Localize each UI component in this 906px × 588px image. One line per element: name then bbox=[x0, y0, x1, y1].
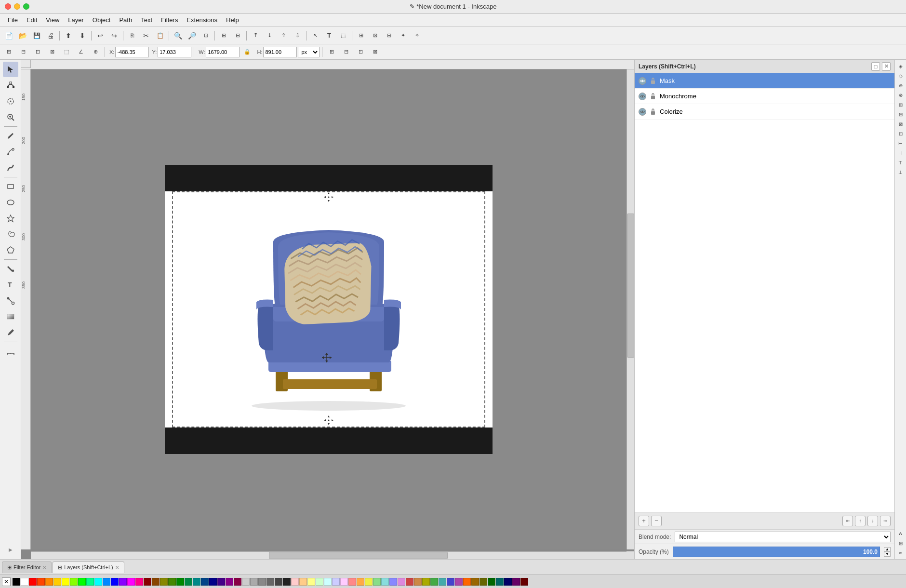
h-input[interactable] bbox=[263, 47, 297, 57]
color-swatch-ffaa44[interactable] bbox=[357, 578, 364, 586]
color-swatch-444444[interactable] bbox=[275, 578, 282, 586]
ungroup-button[interactable]: ⊟ bbox=[231, 29, 244, 42]
layers-maximize-button[interactable]: □ bbox=[871, 62, 880, 71]
new-button[interactable]: 📄 bbox=[2, 29, 15, 42]
paint-bucket-tool[interactable] bbox=[3, 261, 18, 277]
paste-button[interactable]: 📋 bbox=[153, 29, 167, 42]
opacity-down[interactable]: ▼ bbox=[884, 552, 891, 557]
lower-bottom-button[interactable]: ⇩ bbox=[291, 29, 304, 42]
color-swatch-0088ff[interactable] bbox=[103, 578, 110, 586]
color-swatch-660000[interactable] bbox=[520, 578, 528, 586]
maximize-button[interactable] bbox=[23, 3, 29, 10]
layer-to-bottom-button[interactable]: ⇥ bbox=[880, 516, 891, 526]
color-swatch-44aaaa[interactable] bbox=[439, 578, 446, 586]
node-tool[interactable] bbox=[3, 78, 18, 93]
color-swatch-996600[interactable] bbox=[471, 578, 479, 586]
color-swatch-ffff88[interactable] bbox=[307, 578, 315, 586]
expand-tools-button[interactable]: ▶ bbox=[3, 542, 18, 557]
color-swatch-006600[interactable] bbox=[488, 578, 495, 586]
color-swatch-eeee44[interactable] bbox=[365, 578, 373, 586]
snap-bbox-button[interactable]: ⊡ bbox=[31, 45, 44, 59]
gradient-tool[interactable] bbox=[3, 309, 18, 324]
layer-down-button[interactable]: ↓ bbox=[867, 516, 878, 526]
color-swatch-000066[interactable] bbox=[504, 578, 512, 586]
color-swatch-888888[interactable] bbox=[258, 578, 266, 586]
hscroll-thumb[interactable] bbox=[269, 552, 448, 559]
calligraphy-tool[interactable] bbox=[3, 160, 18, 175]
layer-row-monochrome[interactable]: Monochrome bbox=[635, 89, 894, 104]
filter-editor-close[interactable]: ✕ bbox=[42, 565, 46, 570]
raise-button[interactable]: ⤒ bbox=[249, 29, 262, 42]
cursor-button[interactable]: ↖ bbox=[308, 29, 322, 42]
duplicate-button[interactable]: ⎘ bbox=[125, 29, 139, 42]
color-swatch-448800[interactable] bbox=[168, 578, 176, 586]
extra1-button[interactable]: ⊟ bbox=[382, 29, 396, 42]
color-swatch-44aa44[interactable] bbox=[430, 578, 438, 586]
transform-btn4[interactable]: ⊠ bbox=[368, 45, 382, 59]
canvas-content[interactable] bbox=[31, 69, 626, 549]
w-input[interactable] bbox=[206, 47, 240, 57]
color-swatch-ffcccc[interactable] bbox=[291, 578, 299, 586]
color-swatch-666666[interactable] bbox=[266, 578, 274, 586]
settings-button[interactable]: ⊠ bbox=[368, 29, 382, 42]
color-swatch-ffccff[interactable] bbox=[340, 578, 348, 586]
color-swatch-ccffcc[interactable] bbox=[316, 578, 323, 586]
layer-lock-monochrome[interactable] bbox=[649, 93, 657, 100]
snap-btn-4[interactable]: ⊗ bbox=[896, 91, 905, 99]
color-swatch-8800ff[interactable] bbox=[119, 578, 127, 586]
snap-btn-9[interactable]: ⊢ bbox=[896, 139, 905, 147]
group-button[interactable]: ⊞ bbox=[217, 29, 230, 42]
import-button[interactable]: ⬆ bbox=[62, 29, 75, 42]
layer-to-top-button[interactable]: ⇤ bbox=[842, 516, 853, 526]
snap-btn-11[interactable]: ⊤ bbox=[896, 158, 905, 167]
color-swatch-88dd88[interactable] bbox=[373, 578, 381, 586]
layer-up-button[interactable]: ↑ bbox=[855, 516, 866, 526]
layers-close-button[interactable]: ✕ bbox=[882, 62, 891, 71]
cut-button[interactable]: ✂ bbox=[139, 29, 153, 42]
dropper-tool[interactable] bbox=[3, 325, 18, 340]
blend-mode-select[interactable]: Normal Multiply Screen Overlay Darken Li… bbox=[675, 532, 891, 542]
color-swatch-006666[interactable] bbox=[496, 578, 504, 586]
remove-layer-button[interactable]: − bbox=[651, 516, 662, 526]
color-swatch-cccccc[interactable] bbox=[242, 578, 250, 586]
snap-btn-5[interactable]: ⊞ bbox=[896, 100, 905, 109]
color-swatch-aaaaaa[interactable] bbox=[250, 578, 258, 586]
color-swatch-666600[interactable] bbox=[480, 578, 487, 586]
connector-tool[interactable] bbox=[3, 293, 18, 308]
extra2-button[interactable]: ✦ bbox=[396, 29, 410, 42]
transform-btn1[interactable]: ⊞ bbox=[325, 45, 338, 59]
color-swatch-ffcc00[interactable] bbox=[53, 578, 61, 586]
color-swatch-ccffff[interactable] bbox=[324, 578, 332, 586]
snap-btn-grid[interactable]: ⊞ bbox=[896, 539, 905, 548]
snap-all-button[interactable]: ⊞ bbox=[2, 45, 15, 59]
canvas-vscroll[interactable] bbox=[626, 69, 634, 549]
x-input[interactable] bbox=[115, 47, 149, 57]
snap-midpoint-button[interactable]: ⊕ bbox=[89, 45, 102, 59]
menu-filters[interactable]: Filters bbox=[157, 15, 182, 25]
measure-tool[interactable] bbox=[3, 344, 18, 359]
menu-help[interactable]: Help bbox=[222, 15, 243, 25]
snap-btn-10[interactable]: ⊣ bbox=[896, 148, 905, 157]
layer-eye-mask[interactable] bbox=[639, 77, 646, 85]
snap-page-button[interactable]: ⬚ bbox=[60, 45, 73, 59]
color-swatch-ff0000[interactable] bbox=[29, 578, 37, 586]
transform-btn3[interactable]: ⊡ bbox=[354, 45, 367, 59]
undo-button[interactable]: ↩ bbox=[93, 29, 107, 42]
color-swatch-88dddd[interactable] bbox=[381, 578, 389, 586]
layer-eye-colorize[interactable] bbox=[639, 108, 646, 116]
color-swatch-000000[interactable] bbox=[13, 578, 20, 586]
color-swatch-00ffff[interactable] bbox=[94, 578, 102, 586]
pencil-tool[interactable] bbox=[3, 128, 18, 144]
layer-row-mask[interactable]: Mask bbox=[635, 73, 894, 89]
extra3-button[interactable]: ✧ bbox=[410, 29, 424, 42]
unit-select[interactable]: pxmmcmin bbox=[298, 47, 320, 57]
color-swatch-00ff00[interactable] bbox=[78, 578, 86, 586]
snap-btn-8[interactable]: ⊡ bbox=[896, 129, 905, 138]
select-tool[interactable] bbox=[3, 62, 18, 77]
color-swatch-cc4444[interactable] bbox=[406, 578, 413, 586]
color-swatch-ffff00[interactable] bbox=[62, 578, 69, 586]
layer-eye-monochrome[interactable] bbox=[639, 93, 646, 100]
color-swatch-ff8888[interactable] bbox=[348, 578, 356, 586]
color-swatch-004488[interactable] bbox=[201, 578, 209, 586]
menu-layer[interactable]: Layer bbox=[64, 15, 88, 25]
